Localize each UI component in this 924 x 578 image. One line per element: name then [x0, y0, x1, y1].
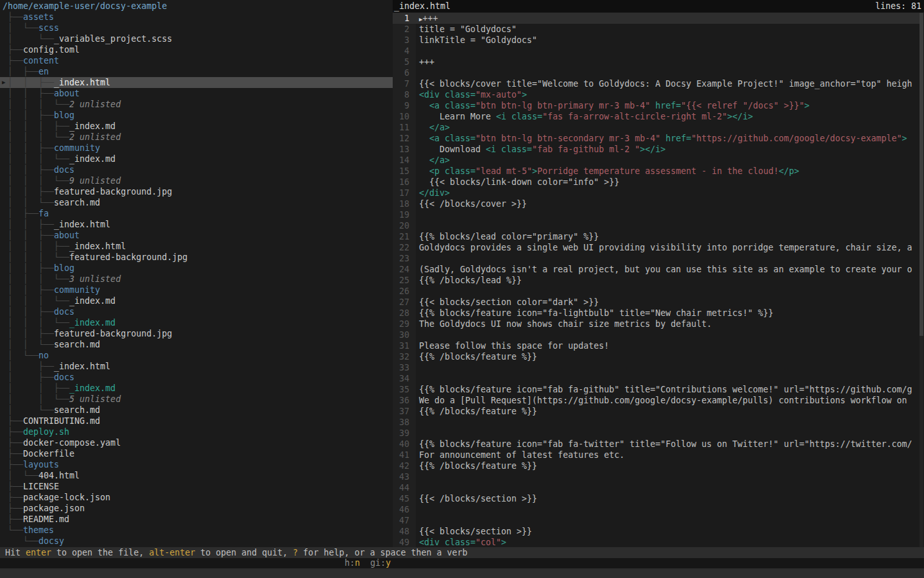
tree-row[interactable]: │ │ │ └──_index.md [0, 295, 393, 306]
code-line-selected: 1▶+++ [393, 13, 920, 24]
tree-item-label: _index.md [69, 296, 116, 306]
tree-row[interactable]: │ │ └──5 unlisted [0, 394, 393, 405]
tree-row[interactable]: │ │ │ └──2 unlisted [0, 132, 393, 143]
tree-row[interactable]: │ │ └──search.md [0, 197, 393, 208]
tree-row[interactable]: ├──layouts [0, 459, 393, 470]
line-number: 19 [393, 209, 409, 220]
preview-header: _index.html lines: 81 [393, 0, 924, 12]
tree-row[interactable]: │ │ ├──about [0, 230, 393, 241]
tree-row[interactable]: │ │ │ └──3 unlisted [0, 274, 393, 285]
tree-row[interactable]: ├──config.toml [0, 44, 393, 55]
tree-row[interactable]: ├──CONTRIBUTING.md [0, 416, 393, 426]
tree-row[interactable]: │ │ │ ├──_index.html [0, 241, 393, 252]
line-number: 25 [393, 275, 409, 286]
tree-row[interactable]: ├──Dockerfile [0, 448, 393, 459]
tree-row[interactable]: ├──docker-compose.yaml [0, 437, 393, 448]
code-line: 24(Sadly, Goldydocs isn't a real project… [393, 264, 920, 275]
tree-row[interactable]: │ ├──_index.html [0, 361, 393, 372]
code-line: 26 [393, 286, 920, 297]
code-line: 10 Learn More <i class="fas fa-arrow-alt… [393, 111, 920, 122]
tree-row[interactable]: │ │ │ └──9 unlisted [0, 175, 393, 186]
code-line: 13 Download <i class="fab fa-github ml-2… [393, 144, 920, 155]
preview-scrollbar-thumb[interactable] [920, 13, 923, 336]
code-line: 16 {{< blocks/link-down color="info" >}} [393, 177, 920, 188]
tree-row[interactable]: │ └──404.html [0, 470, 393, 481]
tree-row[interactable]: ├──content [0, 55, 393, 66]
line-number: 46 [393, 504, 409, 515]
tree-item-label: 9 unlisted [69, 176, 121, 186]
tree-row[interactable]: │ │ ├──featured-background.jpg [0, 186, 393, 197]
line-number: 22 [393, 242, 409, 253]
tree-row[interactable]: │ │ │ ├──_index.md [0, 121, 393, 132]
code-line: 20 [393, 220, 920, 231]
tree-row[interactable]: ├──assets [0, 12, 393, 22]
tree-row[interactable]: │ └──search.md [0, 405, 393, 416]
tree-row[interactable]: │ │ ├──_index.md [0, 383, 393, 394]
tree-row[interactable]: │ ├──en [0, 66, 393, 77]
tree-item-label: _index.md [69, 154, 116, 164]
code-line: 29The Goldydocs UI now shows chair size … [393, 319, 920, 329]
tree-item-label: featured-background.jpg [54, 187, 172, 197]
line-number: 47 [393, 515, 409, 526]
tree-row[interactable]: │ │ ├──community [0, 143, 393, 153]
tree-item-label: scss [38, 23, 59, 33]
code-line: 43 [393, 471, 920, 482]
tree-row[interactable]: │ ├──docs [0, 372, 393, 383]
line-number: 6 [393, 67, 409, 78]
tree-item-label: docker-compose.yaml [23, 438, 121, 448]
code-line: 3linkTitle = "Goldydocs" [393, 35, 920, 46]
code-line: 44 [393, 482, 920, 493]
code-line: 7{{< blocks/cover title="Welcome to Gold… [393, 78, 920, 89]
line-number: 42 [393, 460, 409, 471]
tree-row[interactable]: ├──LICENSE [0, 481, 393, 492]
line-number: 35 [393, 384, 409, 395]
tree-row[interactable]: ├──README.md [0, 514, 393, 525]
tree-row[interactable]: │ │ │ └──featured-background.jpg [0, 252, 393, 263]
tree-row[interactable]: │ │ ├──blog [0, 263, 393, 274]
code-line: 5+++ [393, 57, 920, 67]
code-line: 41For announcement of latest features et… [393, 450, 920, 460]
code-line: 14 </a> [393, 155, 920, 166]
tree-row[interactable]: ├──package.json [0, 503, 393, 514]
tree-row[interactable]: │ │ ├──featured-background.jpg [0, 328, 393, 339]
line-number: 31 [393, 340, 409, 351]
tree-row[interactable]: │ │ │ └──_index.md [0, 317, 393, 328]
tree-row[interactable]: │ └──_variables_project.scss [0, 33, 393, 44]
tree-row[interactable]: │ └──no [0, 350, 393, 361]
tree-item-label: docs [54, 165, 74, 175]
tree-row[interactable]: └──themes [0, 525, 393, 536]
code-line: 42{{% /blocks/feature %}} [393, 460, 920, 471]
tree-row[interactable]: │ │ │ └──_index.md [0, 153, 393, 164]
tree-row[interactable]: │ │ ├──community [0, 285, 393, 295]
tree-item-label: deploy.sh [23, 427, 69, 437]
line-number: 40 [393, 439, 409, 450]
tree-root-path[interactable]: /home/example-user/docsy-example [0, 1, 393, 12]
tree-row[interactable]: │ │ └──search.md [0, 339, 393, 350]
code-line: 12 <a class="btn btn-lg btn-secondary mr… [393, 133, 920, 144]
tree-row-selected[interactable]: │ │ ├──_index.html▶ [0, 77, 393, 88]
preview-scrollbar-track[interactable] [920, 13, 923, 547]
tree-row[interactable]: │ │ ├──docs [0, 306, 393, 317]
code-line: 35{{% blocks/feature icon="fab fa-github… [393, 384, 920, 395]
tree-row[interactable]: ├──package-lock.json [0, 492, 393, 503]
tree-row[interactable]: ├──deploy.sh [0, 426, 393, 437]
line-number: 45 [393, 493, 409, 504]
tree-row[interactable]: │ │ ├──about [0, 88, 393, 99]
line-number: 9 [393, 100, 409, 111]
tree-row[interactable]: │ │ ├──_index.html [0, 219, 393, 230]
code-line: 2title = "Goldydocs" [393, 24, 920, 35]
command-input-bar[interactable]: :e h:n gi:y [0, 558, 924, 568]
line-number: 33 [393, 362, 409, 373]
tree-row[interactable]: │ ├──fa [0, 208, 393, 219]
tree-row[interactable]: │ └──scss [0, 22, 393, 33]
code-line: 18{{< /blocks/cover >}} [393, 198, 920, 209]
line-number: 20 [393, 220, 409, 231]
code-line: 25{{% /blocks/lead %}} [393, 275, 920, 286]
line-number: 26 [393, 286, 409, 297]
tree-row[interactable]: │ │ ├──blog [0, 110, 393, 121]
tree-row[interactable]: │ │ ├──docs [0, 164, 393, 175]
code-line: 39 [393, 428, 920, 439]
tree-row[interactable]: │ │ │ └──2 unlisted [0, 99, 393, 110]
tree-row[interactable]: └──docsy [0, 536, 393, 547]
line-number: 4 [393, 46, 409, 57]
